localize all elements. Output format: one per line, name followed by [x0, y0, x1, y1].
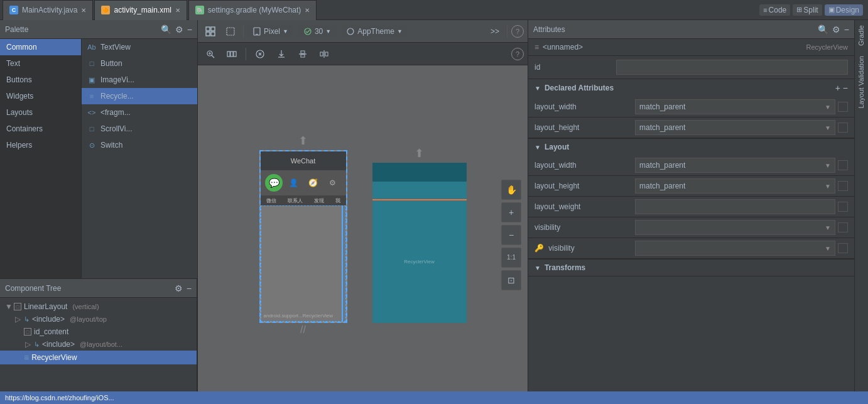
svg-rect-13	[301, 51, 305, 53]
theme-selector[interactable]: AppTheme ▼	[341, 25, 408, 38]
transforms-title: Transforms	[545, 263, 848, 272]
tree-minimize-icon[interactable]: −	[187, 283, 192, 293]
palette-cat-common[interactable]: Common	[0, 39, 81, 55]
visibility2-row: 🔑 visibility ▼	[528, 238, 854, 259]
tab-main-activity-close[interactable]: ✕	[81, 7, 86, 14]
blueprint-btn[interactable]	[222, 25, 239, 38]
tab-settings-gradle-close[interactable]: ✕	[305, 7, 310, 14]
tree-item-include-top[interactable]: ▷ ↳ <include> @layout/top	[0, 313, 197, 325]
visibility-dropdown[interactable]: ▼	[635, 220, 835, 235]
attrs-id-input[interactable]	[616, 60, 848, 75]
transforms-header[interactable]: ▼ Transforms	[528, 259, 854, 276]
svg-rect-3	[211, 32, 215, 36]
toolbar-sep1	[243, 25, 244, 38]
tree-include-bot-label: <include>	[42, 340, 75, 349]
decl-layout-width-dropdown[interactable]: match_parent ▼	[635, 99, 835, 114]
palette-item-textview[interactable]: Ab TextView	[82, 39, 197, 55]
palette-settings-icon[interactable]: ⚙	[175, 25, 183, 35]
layout-height-dropdown[interactable]: match_parent ▼	[635, 178, 835, 194]
tab-activity-main[interactable]: 🔶 activity_main.xml ✕	[94, 0, 187, 20]
layout-weight-input[interactable]	[635, 199, 835, 214]
attrs-settings-icon[interactable]: ⚙	[832, 25, 840, 35]
palette-cat-widgets[interactable]: Widgets	[0, 88, 81, 104]
visibility-extra[interactable]	[838, 222, 848, 232]
layout-width-dropdown[interactable]: match_parent ▼	[635, 158, 835, 173]
svg-rect-0	[206, 27, 210, 31]
decl-layout-width-extra[interactable]	[838, 102, 848, 112]
layout-height-extra[interactable]	[838, 181, 848, 191]
help-btn[interactable]: ?	[511, 25, 524, 38]
expand-linearlayout[interactable]: ▼	[5, 302, 11, 311]
layout-weight-extra[interactable]	[838, 202, 848, 212]
layout-header[interactable]: ▼ Layout	[528, 139, 854, 155]
design-view-btn[interactable]: ▣ Design	[825, 4, 863, 16]
help-icon: ?	[516, 28, 519, 35]
palette-search-icon[interactable]: 🔍	[161, 25, 171, 35]
palette-cat-helpers[interactable]: Helpers	[0, 137, 81, 153]
palette-item-button[interactable]: □ Button	[82, 55, 197, 72]
palette-header: Palette 🔍 ⚙ −	[0, 20, 197, 39]
error-btn[interactable]	[251, 47, 269, 61]
download-btn[interactable]	[273, 47, 290, 61]
palette-cat-buttons[interactable]: Buttons	[0, 72, 81, 88]
attrs-minimize-icon[interactable]: −	[844, 25, 849, 35]
visibility2-dropdown[interactable]: ▼	[635, 241, 835, 256]
device-selector[interactable]: Pixel ▼	[247, 25, 293, 38]
tree-settings-icon[interactable]: ⚙	[175, 283, 183, 293]
fullscreen-btn[interactable]: ⊡	[501, 270, 521, 290]
palette-cat-containers[interactable]: Containers	[0, 121, 81, 137]
palette-item-recyclerview[interactable]: ≡ Recycle...	[82, 88, 197, 104]
api-dropdown-arrow: ▼	[325, 28, 331, 35]
align-v-btn[interactable]	[315, 47, 333, 61]
tab-settings-gradle[interactable]: 🐘 settings.gradle (MyWeChat) ✕	[188, 0, 317, 20]
split-view-btn[interactable]: ⊞ Split	[793, 4, 822, 16]
palette-content: Common Text Buttons Widgets Layouts Cont…	[0, 39, 197, 278]
zoom-in-btn[interactable]: +	[501, 202, 521, 222]
nav-label-2: 联系人	[288, 197, 303, 204]
declared-add-btn[interactable]: +	[835, 83, 840, 93]
decl-layout-height-extra[interactable]	[838, 123, 848, 133]
palette-cat-layouts[interactable]: Layouts	[0, 104, 81, 121]
expand-include-bot[interactable]: ▷	[25, 340, 31, 349]
api-selector[interactable]: 30 ▼	[298, 25, 336, 38]
view-options-btn[interactable]	[202, 25, 219, 38]
tree-item-include-bot[interactable]: ▷ ↳ <include> @layout/bot...	[0, 338, 197, 351]
tab-activity-main-close[interactable]: ✕	[175, 7, 180, 14]
layout-height-value: match_parent	[639, 182, 685, 190]
attrs-search-icon[interactable]: 🔍	[818, 25, 828, 35]
visibility2-extra[interactable]	[838, 243, 848, 253]
tree-item-id-content[interactable]: □ id_content	[0, 325, 197, 338]
palette-item-scrollview[interactable]: □ ScrollVi...	[82, 121, 197, 137]
declared-remove-btn[interactable]: −	[843, 83, 848, 93]
palette-item-imageview[interactable]: ▣ ImageVi...	[82, 72, 197, 88]
layout-width-extra[interactable]	[838, 160, 848, 170]
canvas-main: ⬆ WeChat 💬 👤 🧭 ⚙	[198, 65, 528, 404]
palette-minimize-icon[interactable]: −	[187, 25, 192, 35]
declared-attrs-header[interactable]: ▼ Declared Attributes + −	[528, 79, 854, 97]
column-toggle-btn[interactable]	[223, 47, 241, 61]
palette-item-fragment[interactable]: <> <fragm...	[82, 104, 197, 121]
palette-cat-text[interactable]: Text	[0, 55, 81, 72]
canvas-help-btn[interactable]: ?	[511, 48, 524, 60]
expand-include-top[interactable]: ▷	[15, 315, 21, 324]
breadcrumb-type: RecyclerView	[806, 43, 848, 51]
extras-btn[interactable]: >>	[487, 27, 503, 36]
tree-item-linearlayout[interactable]: ▼ □ LinearLayout (vertical)	[0, 300, 197, 313]
visibility-row: visibility ▼	[528, 217, 854, 238]
tree-item-recyclerview[interactable]: ≡ RecyclerView	[0, 351, 197, 364]
layout-width-value: match_parent	[639, 161, 685, 170]
palette-item-switch[interactable]: ⊙ Switch	[82, 137, 197, 153]
resize-handle-1[interactable]: //	[300, 324, 306, 336]
tab-main-activity[interactable]: C MainActivity.java ✕	[3, 0, 93, 20]
zoom-out-btn[interactable]: −	[501, 225, 521, 245]
layout-validation-tab[interactable]: Layout Validation	[855, 51, 868, 114]
design-view-label: Design	[836, 6, 859, 14]
gradle-tab[interactable]: Gradle	[855, 20, 868, 51]
code-view-btn[interactable]: ≡ Code	[759, 4, 790, 16]
decl-layout-height-dropdown[interactable]: match_parent ▼	[635, 120, 835, 135]
align-h-btn[interactable]	[294, 47, 312, 61]
svg-rect-15	[320, 52, 323, 56]
zoom-fit-btn[interactable]	[202, 47, 219, 61]
hand-tool-btn[interactable]: ✋	[501, 180, 521, 200]
ratio-btn[interactable]: 1:1	[501, 248, 521, 268]
